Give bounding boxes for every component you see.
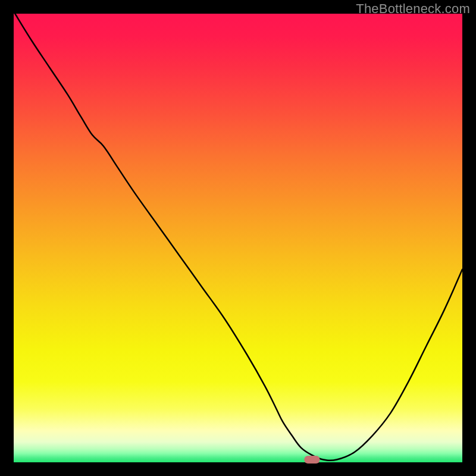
chart-stage: TheBottleneck.com	[0, 0, 476, 476]
plot-area	[14, 14, 462, 462]
bottleneck-curve	[15, 14, 462, 461]
curve-layer	[14, 14, 462, 462]
optimal-point-marker	[304, 456, 320, 464]
watermark-text: TheBottleneck.com	[356, 1, 470, 17]
